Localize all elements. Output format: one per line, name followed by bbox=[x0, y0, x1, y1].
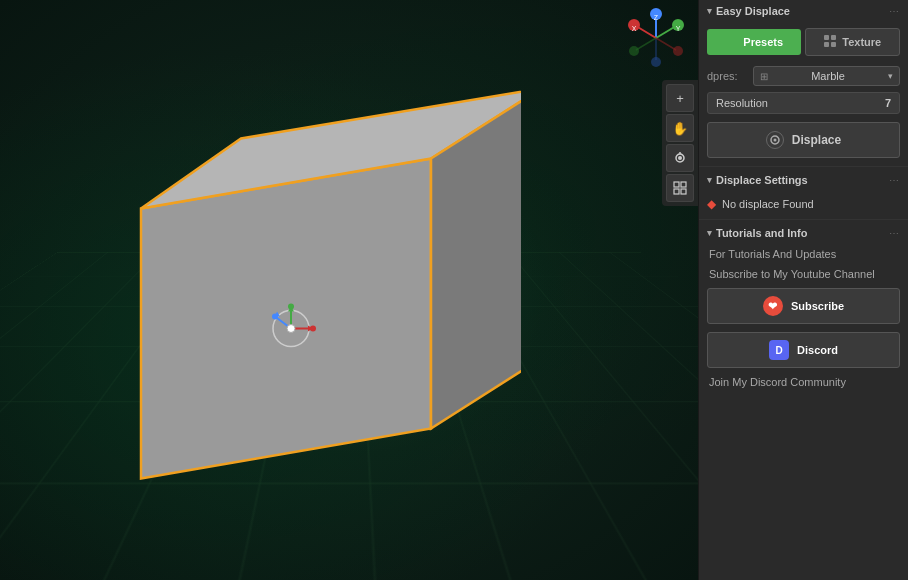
svg-rect-39 bbox=[824, 35, 829, 40]
svg-point-27 bbox=[288, 304, 294, 310]
cube-3d bbox=[61, 59, 521, 522]
svg-line-13 bbox=[656, 38, 676, 50]
tutorials-chevron: ▾ bbox=[707, 228, 712, 238]
presets-tab[interactable]: Presets bbox=[707, 29, 801, 55]
viewport-toolbar: + ✋ bbox=[662, 80, 698, 206]
no-displace-row: ◆ No displace Found bbox=[699, 191, 908, 217]
displace-settings-header[interactable]: ▾ Displace Settings ⋯ bbox=[699, 169, 908, 191]
dropdown-row: dpres: ⊞ Marble ▾ bbox=[699, 62, 908, 90]
svg-rect-34 bbox=[674, 189, 679, 194]
svg-point-26 bbox=[310, 326, 316, 332]
texture-tab[interactable]: Texture bbox=[805, 28, 901, 56]
svg-rect-36 bbox=[725, 35, 728, 47]
divider-1 bbox=[699, 166, 908, 167]
resolution-label: Resolution bbox=[716, 97, 768, 109]
displace-settings-title: Displace Settings bbox=[716, 174, 808, 186]
easy-displace-chevron: ▾ bbox=[707, 6, 712, 16]
svg-text:Y: Y bbox=[676, 25, 681, 32]
displace-button-icon bbox=[766, 131, 784, 149]
displace-settings-title-group: ▾ Displace Settings bbox=[707, 174, 808, 186]
subscribe-text: Subscribe to My Youtube Channel bbox=[699, 264, 908, 284]
svg-rect-40 bbox=[831, 35, 836, 40]
svg-marker-15 bbox=[141, 159, 431, 479]
dropdown-chevron: ▾ bbox=[888, 71, 893, 81]
easy-displace-title-group: ▾ Easy Displace bbox=[707, 5, 790, 17]
svg-point-14 bbox=[673, 46, 683, 56]
dropdown-value: Marble bbox=[811, 70, 845, 82]
viewport-3d[interactable]: Z Y X bbox=[0, 0, 698, 580]
for-tutorials-text: For Tutorials And Updates bbox=[699, 244, 908, 264]
grid-toolbar-button[interactable] bbox=[666, 174, 694, 202]
displace-button-label: Displace bbox=[792, 133, 841, 147]
subscribe-button-label: Subscribe bbox=[791, 300, 844, 312]
diamond-icon: ◆ bbox=[707, 197, 716, 211]
presets-tab-label: Presets bbox=[743, 36, 783, 48]
tutorials-title-group: ▾ Tutorials and Info bbox=[707, 227, 807, 239]
easy-displace-section-header[interactable]: ▾ Easy Displace ⋯ bbox=[699, 0, 908, 22]
svg-point-30 bbox=[678, 156, 682, 160]
no-displace-text: No displace Found bbox=[722, 198, 814, 210]
svg-point-28 bbox=[272, 314, 278, 320]
tutorials-section-header[interactable]: ▾ Tutorials and Info ⋯ bbox=[699, 222, 908, 244]
svg-text:Z: Z bbox=[654, 14, 659, 21]
displace-settings-dots: ⋯ bbox=[889, 175, 900, 186]
axes-widget: Z Y X bbox=[626, 8, 686, 68]
dropdown-label: dpres: bbox=[707, 70, 747, 82]
displace-settings-chevron: ▾ bbox=[707, 175, 712, 185]
divider-2 bbox=[699, 219, 908, 220]
heart-icon: ❤ bbox=[763, 296, 783, 316]
tutorials-dots: ⋯ bbox=[889, 228, 900, 239]
svg-rect-38 bbox=[733, 39, 736, 47]
svg-rect-33 bbox=[681, 182, 686, 187]
displace-button[interactable]: Displace bbox=[707, 122, 900, 158]
join-discord-text: Join My Discord Community bbox=[699, 372, 908, 396]
svg-point-12 bbox=[629, 46, 639, 56]
svg-rect-42 bbox=[831, 42, 836, 47]
add-toolbar-button[interactable]: + bbox=[666, 84, 694, 112]
svg-rect-35 bbox=[681, 189, 686, 194]
marble-dropdown[interactable]: ⊞ Marble ▾ bbox=[753, 66, 900, 86]
svg-rect-37 bbox=[729, 37, 732, 47]
tab-row: Presets Texture bbox=[699, 22, 908, 62]
svg-point-22 bbox=[287, 325, 295, 333]
discord-button-label: Discord bbox=[797, 344, 838, 356]
subscribe-button[interactable]: ❤ Subscribe bbox=[707, 288, 900, 324]
texture-tab-label: Texture bbox=[842, 36, 881, 48]
texture-icon bbox=[823, 34, 837, 50]
presets-icon bbox=[724, 34, 738, 50]
svg-point-10 bbox=[651, 57, 661, 67]
svg-point-44 bbox=[773, 139, 776, 142]
side-panel: ▾ Easy Displace ⋯ Presets bbox=[698, 0, 908, 580]
svg-line-11 bbox=[636, 38, 656, 50]
move-toolbar-button[interactable]: ✋ bbox=[666, 114, 694, 142]
easy-displace-title: Easy Displace bbox=[716, 5, 790, 17]
resolution-value: 7 bbox=[885, 97, 891, 109]
svg-text:X: X bbox=[632, 25, 637, 32]
resolution-row[interactable]: Resolution 7 bbox=[707, 92, 900, 114]
svg-rect-32 bbox=[674, 182, 679, 187]
dropdown-icon: ⊞ bbox=[760, 71, 768, 82]
camera-toolbar-button[interactable] bbox=[666, 144, 694, 172]
tutorials-title: Tutorials and Info bbox=[716, 227, 807, 239]
discord-logo-icon: D bbox=[769, 340, 789, 360]
easy-displace-dots: ⋯ bbox=[889, 6, 900, 17]
discord-button[interactable]: D Discord bbox=[707, 332, 900, 368]
svg-rect-41 bbox=[824, 42, 829, 47]
